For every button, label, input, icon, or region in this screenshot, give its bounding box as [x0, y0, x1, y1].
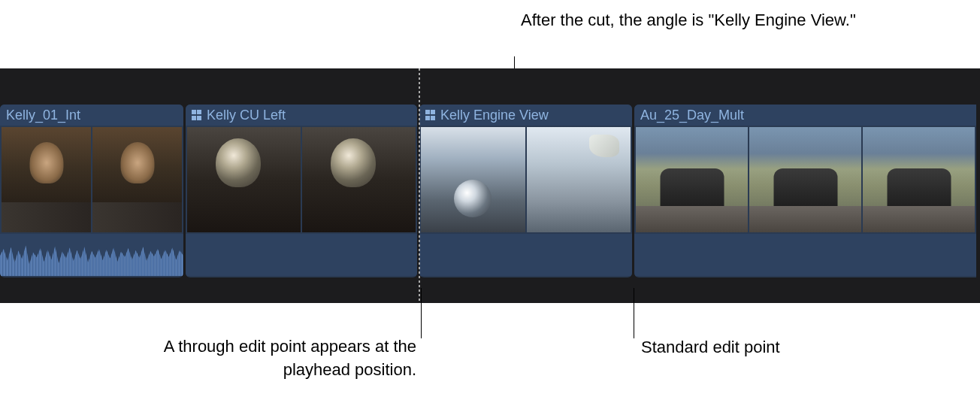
leader-line-bottom-left [421, 288, 422, 338]
thumbnail [187, 127, 301, 232]
timeline-ruler-area[interactable] [0, 68, 980, 105]
thumbnail [749, 127, 861, 232]
thumbnail [421, 127, 525, 232]
clip-au-25-day-mult[interactable]: Au_25_Day_Mult [634, 105, 976, 277]
clip-filmstrip [186, 126, 417, 234]
clip-audio[interactable] [0, 234, 183, 276]
clip-header: Kelly Engine View [419, 105, 632, 126]
annotation-standard-edit-label: Standard edit point [641, 336, 780, 359]
clip-filmstrip [634, 126, 976, 234]
thumbnail [527, 127, 631, 232]
clip-audio[interactable] [419, 234, 632, 276]
clip-filmstrip [0, 126, 183, 234]
annotation-top-label: After the cut, the angle is "Kelly Engin… [521, 9, 856, 32]
thumbnail [92, 127, 182, 232]
clip-header: Au_25_Day_Mult [634, 105, 976, 126]
primary-storyline[interactable]: Kelly_01_Int Kelly CU Left [0, 105, 980, 277]
clip-header: Kelly_01_Int [0, 105, 183, 126]
multicam-icon [425, 110, 436, 120]
clip-audio[interactable] [634, 234, 976, 276]
thumbnail [863, 127, 975, 232]
clip-name-label: Kelly Engine View [440, 108, 549, 123]
clip-kelly-engine-view[interactable]: Kelly Engine View [419, 105, 632, 277]
leader-line-bottom-right [634, 288, 634, 338]
clip-kelly-01-int[interactable]: Kelly_01_Int [0, 105, 183, 277]
multicam-icon [192, 110, 202, 120]
timeline[interactable]: Kelly_01_Int Kelly CU Left [0, 68, 980, 303]
audio-waveform [0, 242, 183, 276]
clip-filmstrip [419, 126, 632, 234]
clip-header: Kelly CU Left [186, 105, 417, 126]
clip-audio[interactable] [186, 234, 417, 276]
thumbnail [2, 127, 91, 232]
clip-kelly-cu-left[interactable]: Kelly CU Left [186, 105, 417, 277]
thumbnail [636, 127, 748, 232]
thumbnail [302, 127, 416, 232]
clip-name-label: Au_25_Day_Mult [640, 108, 744, 123]
annotation-through-edit-label: A through edit point appears at the play… [161, 335, 416, 382]
timeline-bottom-area [0, 277, 980, 303]
through-edit-marker[interactable] [419, 68, 420, 303]
clip-name-label: Kelly CU Left [207, 108, 286, 123]
clip-name-label: Kelly_01_Int [6, 108, 80, 123]
